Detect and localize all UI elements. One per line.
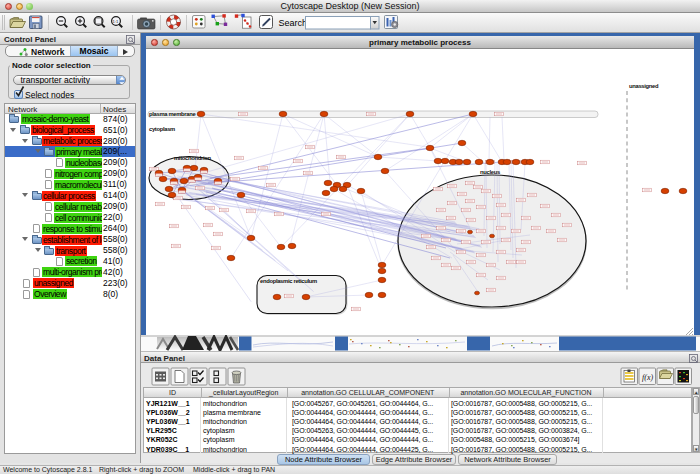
svg-text:unassigned: unassigned xyxy=(629,83,659,89)
svg-text:Search:: Search: xyxy=(279,18,310,28)
svg-text:1:1: 1:1 xyxy=(113,19,119,24)
svg-text:plasma membrane: plasma membrane xyxy=(149,111,196,117)
svg-text:endoplasmic reticulum: endoplasmic reticulum xyxy=(260,278,317,284)
svg-text:f(x): f(x) xyxy=(642,373,653,382)
svg-text:mitochondrion: mitochondrion xyxy=(174,155,211,161)
svg-text:cytoplasm: cytoplasm xyxy=(149,126,175,132)
svg-text:nucleus: nucleus xyxy=(480,169,500,175)
